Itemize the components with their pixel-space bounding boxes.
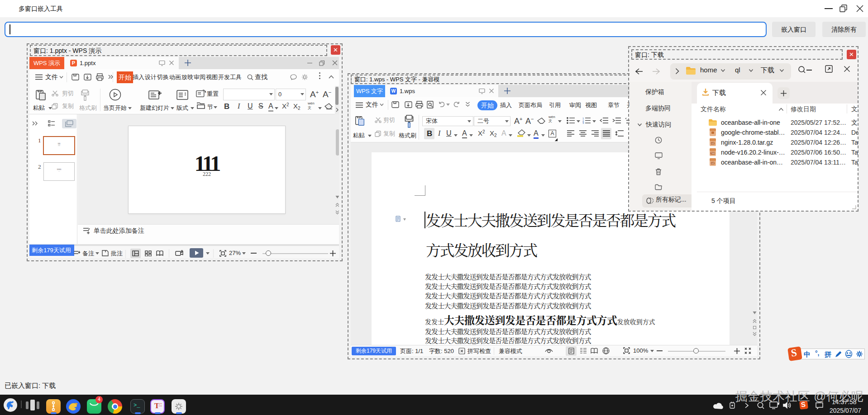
- svg-text:3: 3: [582, 122, 584, 124]
